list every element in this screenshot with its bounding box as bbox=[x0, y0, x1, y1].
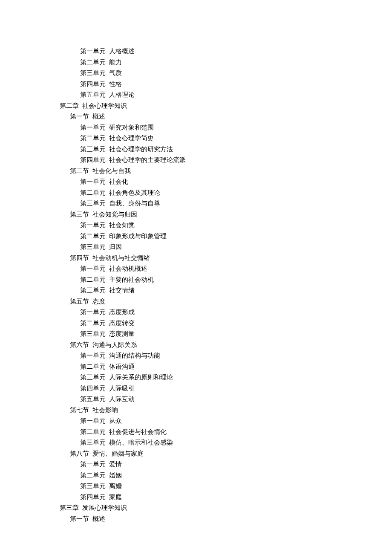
table-of-contents: 第一单元 人格概述第二单元 能力第三单元 气质第四单元 性格第五单元 人格理论第… bbox=[60, 46, 332, 524]
toc-unit: 第二单元 社会心理学简史 bbox=[60, 133, 332, 144]
toc-unit: 第三单元 态度测量 bbox=[60, 329, 332, 340]
toc-unit: 第二单元 能力 bbox=[60, 57, 332, 68]
toc-unit: 第二单元 体语沟通 bbox=[60, 361, 332, 373]
toc-unit: 第一单元 从众 bbox=[60, 416, 332, 427]
toc-unit: 第三单元 人际关系的原则和理论 bbox=[60, 372, 332, 383]
toc-unit: 第五单元 人格理论 bbox=[60, 90, 332, 101]
toc-unit: 第一单元 态度形成 bbox=[60, 307, 332, 318]
toc-unit: 第一单元 爱情 bbox=[60, 459, 332, 470]
toc-section: 第一节 概述 bbox=[60, 111, 332, 122]
toc-unit: 第一单元 沟通的结构与功能 bbox=[60, 350, 332, 361]
toc-unit: 第三单元 社会心理学的研究方法 bbox=[60, 144, 332, 155]
toc-unit: 第三单元 自我、身份与自尊 bbox=[60, 198, 332, 209]
toc-section: 第七节 社会影响 bbox=[60, 405, 332, 416]
toc-unit: 第一单元 社会动机概述 bbox=[60, 263, 332, 275]
toc-section: 第二节 社会化与自我 bbox=[60, 166, 332, 177]
toc-unit: 第三单元 离婚 bbox=[60, 481, 332, 492]
toc-chapter: 第三章 发展心理学知识 bbox=[60, 503, 332, 514]
toc-unit: 第三单元 社交情绪 bbox=[60, 285, 332, 296]
toc-unit: 第二单元 社会角色及其理论 bbox=[60, 188, 332, 199]
toc-section: 第五节 态度 bbox=[60, 296, 332, 307]
toc-unit: 第二单元 主要的社会动机 bbox=[60, 275, 332, 286]
toc-unit: 第一单元 社会化 bbox=[60, 176, 332, 188]
toc-section: 第一节 概述 bbox=[60, 514, 332, 525]
toc-unit: 第四单元 社会心理学的主要理论流派 bbox=[60, 155, 332, 166]
toc-unit: 第四单元 性格 bbox=[60, 79, 332, 90]
toc-section: 第四节 社会动机与社交慵绪 bbox=[60, 253, 332, 264]
toc-chapter: 第二章 社会心理学知识 bbox=[60, 101, 332, 112]
toc-unit: 第二单元 社会促进与社会惰化 bbox=[60, 427, 332, 438]
document-page: 第一单元 人格概述第二单元 能力第三单元 气质第四单元 性格第五单元 人格理论第… bbox=[0, 0, 392, 524]
toc-unit: 第三单元 气质 bbox=[60, 68, 332, 79]
toc-unit: 第四单元 家庭 bbox=[60, 492, 332, 503]
toc-section: 第六节 沟通与人际关系 bbox=[60, 340, 332, 351]
toc-unit: 第三单元 模仿、暗示和社会感染 bbox=[60, 437, 332, 448]
toc-unit: 第一单元 社会知觉 bbox=[60, 220, 332, 231]
toc-unit: 第一单元 研究对象和范围 bbox=[60, 122, 332, 133]
toc-section: 第三节 社会知觉与归因 bbox=[60, 209, 332, 220]
toc-unit: 第三单元 归因 bbox=[60, 242, 332, 253]
toc-unit: 第四单元 人际吸引 bbox=[60, 383, 332, 394]
toc-section: 第八节 爱情、婚姻与家庭 bbox=[60, 448, 332, 460]
toc-unit: 第一单元 人格概述 bbox=[60, 46, 332, 57]
toc-unit: 第二单元 婚姻 bbox=[60, 470, 332, 481]
toc-unit: 第二单元 印象形成与印象管理 bbox=[60, 231, 332, 242]
toc-unit: 第二单元 态度转变 bbox=[60, 318, 332, 329]
toc-unit: 第五单元 人际互动 bbox=[60, 394, 332, 405]
